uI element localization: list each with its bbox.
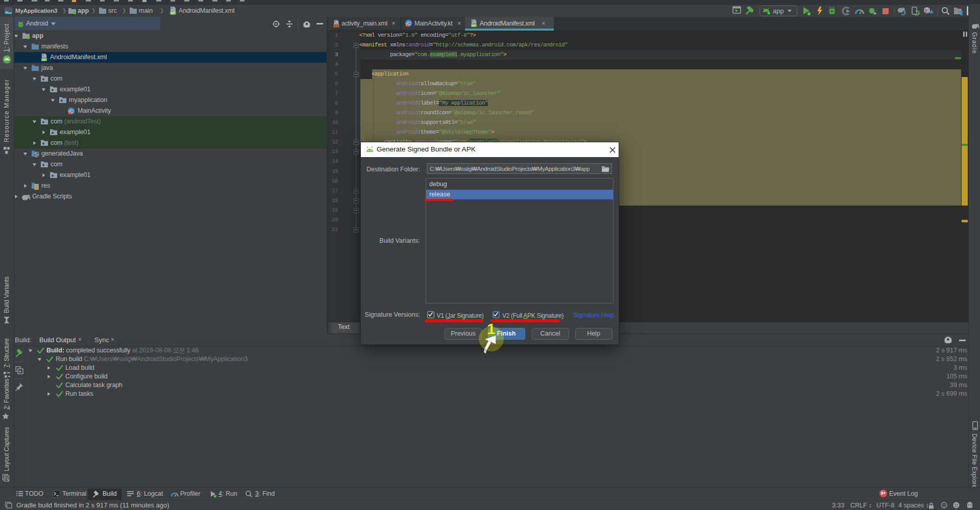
svg-text:MF: MF [170,11,175,15]
svg-text:app: app [773,7,784,15]
svg-text:<>: <> [334,24,338,28]
